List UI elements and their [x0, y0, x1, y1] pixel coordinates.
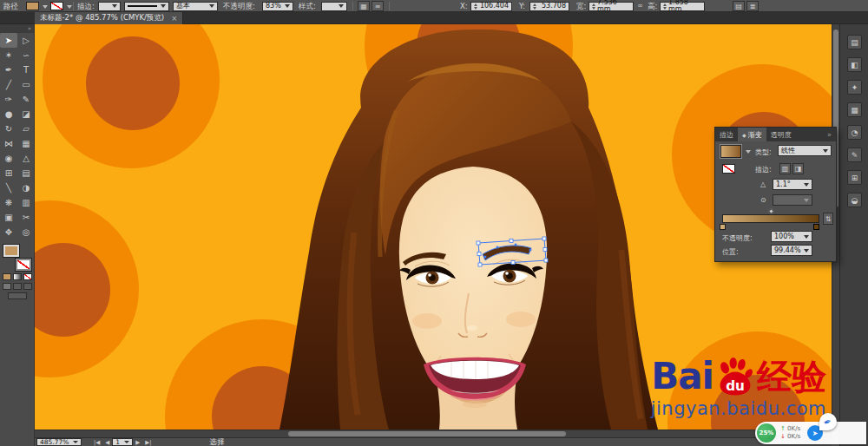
- tab-stroke[interactable]: 描边: [715, 128, 738, 141]
- none-mode-button[interactable]: [23, 273, 32, 280]
- gradient-midpoint-marker[interactable]: [768, 208, 774, 214]
- gradient-stop-end-selected[interactable]: [813, 224, 819, 230]
- height-field[interactable]: 1.858 mm: [660, 2, 705, 11]
- panel-dock-icon-5[interactable]: ◔: [847, 125, 862, 140]
- panel-dock-icon-8[interactable]: ◒: [847, 193, 862, 207]
- stroke-swatch[interactable]: [16, 259, 31, 271]
- stroke-weight-field[interactable]: [98, 2, 121, 11]
- stroke-none-swatch[interactable]: [722, 164, 735, 174]
- selection-handle[interactable]: [477, 241, 480, 245]
- panel-dock-icon-7[interactable]: ⊞: [847, 170, 862, 185]
- artboard-prev-icon[interactable]: ◀: [105, 439, 109, 446]
- gradient-position-field[interactable]: 99.44%: [771, 245, 812, 256]
- brush-definition-dropdown[interactable]: 基本: [173, 2, 218, 11]
- width-tool[interactable]: ⋈: [0, 136, 17, 151]
- selection-handle[interactable]: [543, 248, 547, 252]
- artboard-number-field[interactable]: 1: [112, 438, 133, 446]
- rotate-tool[interactable]: ↻: [0, 121, 17, 136]
- blend-tool[interactable]: ◑: [17, 180, 35, 195]
- width-profile-dropdown[interactable]: [124, 2, 169, 11]
- draw-inside-button[interactable]: [23, 283, 32, 290]
- canvas-area[interactable]: Bai du 经验 jingyan.baidu.com: [35, 24, 832, 430]
- x-field[interactable]: 106.404: [470, 2, 512, 11]
- stroke-gradient-within-icon[interactable]: ▥: [779, 163, 791, 174]
- zoom-tool[interactable]: ◎: [17, 225, 35, 239]
- artboard-first-icon[interactable]: |◀: [94, 439, 100, 446]
- scale-tool[interactable]: ▱: [17, 121, 35, 136]
- selection-tool[interactable]: ➤: [0, 33, 17, 48]
- y-field[interactable]: 53.708: [529, 2, 569, 11]
- align-icon[interactable]: ▦: [358, 1, 370, 11]
- gradient-swatch-dropdown-icon[interactable]: [746, 150, 751, 154]
- path-anchor[interactable]: [515, 244, 517, 246]
- link-dimensions-icon[interactable]: ∞: [637, 0, 643, 12]
- lasso-tool[interactable]: ∽: [17, 48, 35, 62]
- gradient-type-dropdown[interactable]: 线性: [778, 145, 832, 156]
- toolbar-menu-icon[interactable]: ≣: [746, 1, 759, 11]
- stroke-gradient-along-icon[interactable]: ◨: [792, 163, 804, 174]
- mesh-tool[interactable]: ⊞: [0, 166, 17, 180]
- screen-mode-button[interactable]: [8, 292, 27, 299]
- tools-panel-collapse-icon[interactable]: »: [0, 24, 34, 33]
- horizontal-scrollbar[interactable]: [35, 430, 832, 437]
- angle-field[interactable]: 1.1°: [773, 179, 812, 190]
- transform-panel-icon[interactable]: ▤: [733, 1, 745, 11]
- column-graph-tool[interactable]: ▥: [17, 195, 35, 210]
- distribute-icon[interactable]: ≡: [372, 1, 384, 11]
- path-anchor[interactable]: [496, 246, 499, 249]
- path-anchor[interactable]: [484, 256, 487, 259]
- progress-percent-badge[interactable]: 25%: [757, 423, 776, 443]
- opacity-field[interactable]: 83%: [262, 2, 293, 11]
- tab-close-icon[interactable]: ×: [171, 14, 177, 23]
- style-dropdown[interactable]: [321, 2, 347, 11]
- selection-handle[interactable]: [478, 263, 482, 266]
- tab-transparency[interactable]: 透明度: [766, 128, 796, 141]
- zoom-dropdown[interactable]: 485.77%: [36, 438, 82, 446]
- pen-cursor-icon[interactable]: ✒: [819, 413, 837, 430]
- stroke-color-swatch[interactable]: [50, 2, 63, 10]
- document-tab[interactable]: 未标题-2* @ 485.77% (CMYK/预览) ×: [35, 12, 183, 24]
- gradient-stop-start[interactable]: [720, 224, 726, 230]
- path-anchor[interactable]: [529, 249, 532, 252]
- draw-behind-button[interactable]: [13, 283, 22, 290]
- gradient-slider-bar[interactable]: [722, 214, 819, 223]
- circle-inner[interactable]: [86, 36, 180, 130]
- gradient-mode-button[interactable]: [13, 273, 22, 280]
- gradient-fill-swatch[interactable]: [720, 145, 741, 158]
- selection-handle[interactable]: [510, 239, 513, 243]
- panel-dock-icon-1[interactable]: ▤: [847, 35, 862, 49]
- slice-tool[interactable]: ✂: [17, 210, 35, 225]
- line-segment-tool[interactable]: ╱: [0, 77, 17, 92]
- selection-handle[interactable]: [544, 259, 548, 262]
- fill-color-swatch[interactable]: [26, 2, 39, 10]
- rectangle-tool[interactable]: ▭: [17, 77, 35, 92]
- panel-dock-icon-2[interactable]: ◧: [847, 57, 862, 72]
- panel-menu-icon[interactable]: »: [823, 128, 836, 141]
- width-field[interactable]: 7.536 mm: [589, 2, 634, 11]
- draw-normal-button[interactable]: [3, 283, 11, 290]
- shape-builder-tool[interactable]: ◉: [0, 151, 17, 166]
- type-tool[interactable]: T: [17, 62, 35, 77]
- tab-gradient[interactable]: ◆渐变: [738, 128, 766, 141]
- gradient-opacity-field[interactable]: 100%: [771, 231, 812, 242]
- panel-dock-icon-3[interactable]: ✦: [847, 80, 862, 95]
- artboard-last-icon[interactable]: ▶|: [145, 439, 151, 446]
- pencil-tool[interactable]: ✎: [17, 92, 35, 107]
- artboard-tool[interactable]: ▣: [0, 210, 17, 225]
- symbol-sprayer-tool[interactable]: ❋: [0, 195, 17, 210]
- blob-brush-tool[interactable]: ●: [0, 107, 17, 121]
- color-mode-button[interactable]: [3, 273, 11, 280]
- horizontal-scrollbar-thumb[interactable]: [288, 431, 566, 436]
- fill-dropdown-icon[interactable]: [43, 5, 48, 9]
- free-transform-tool[interactable]: ▦: [17, 136, 35, 151]
- pen-tool[interactable]: ✒: [0, 62, 17, 77]
- artboard-next-icon[interactable]: ▶: [135, 439, 140, 446]
- stroke-dropdown-icon[interactable]: [67, 5, 72, 9]
- hand-tool[interactable]: ✥: [0, 225, 17, 239]
- eraser-tool[interactable]: ◪: [17, 107, 35, 121]
- panel-dock-icon-4[interactable]: ▦: [847, 102, 862, 117]
- gradient-tool[interactable]: ▤: [17, 166, 35, 180]
- eyedropper-tool[interactable]: ╲: [0, 180, 17, 195]
- fill-swatch[interactable]: [3, 245, 19, 257]
- selection-handle[interactable]: [511, 261, 515, 265]
